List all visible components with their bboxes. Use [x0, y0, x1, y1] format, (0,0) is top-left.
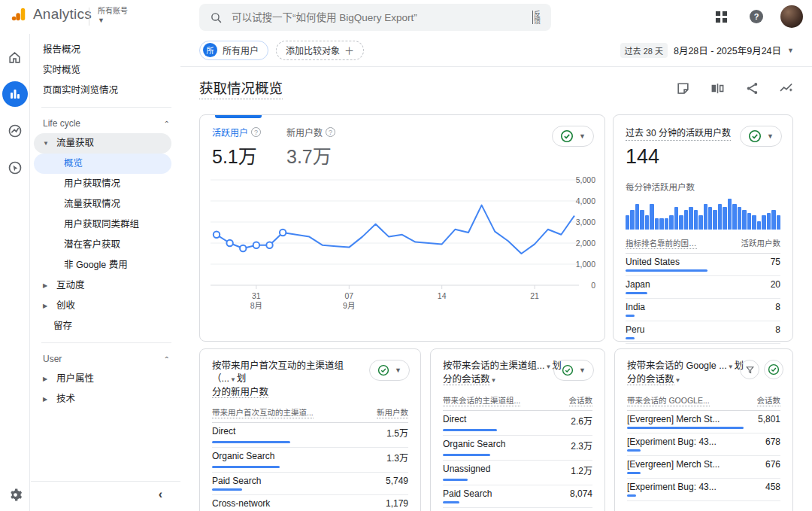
data-quality-selector[interactable]: ▼: [553, 360, 594, 381]
notes-icon[interactable]: [674, 80, 691, 96]
minute-bar: [757, 221, 761, 230]
table-row: Paid Search8,074: [443, 485, 592, 508]
sidebar-item-6[interactable]: 概览: [34, 154, 171, 174]
table-body: Direct1.5万Organic Search1.3万Paid Search5…: [212, 423, 408, 511]
search-input[interactable]: [232, 12, 527, 23]
table-row: Direct1.5万: [212, 423, 408, 448]
avatar[interactable]: [780, 5, 803, 28]
sidebar-item-label: 流量获取情况: [64, 199, 120, 209]
minute-bar: [771, 210, 775, 230]
sidebar-item-5[interactable]: ▼流量获取: [34, 133, 171, 154]
main-content: 所 所有用户 添加比较对象 ＋ 过去 28 天 8月28日 - 2025年9月2…: [180, 34, 812, 511]
check-circle-icon: [560, 129, 574, 143]
active-users-label: 活跃用户: [212, 126, 248, 138]
analytics-logo[interactable]: Analytics: [11, 6, 92, 23]
table-row: [Evergreen] Merch St...5,801: [627, 411, 780, 433]
chevron-right-icon: ▶: [43, 275, 47, 296]
sidebar-item-11[interactable]: 非 Google 费用: [34, 255, 171, 275]
row-label: Cross-network: [212, 498, 270, 509]
sidebar-divider: [41, 107, 171, 108]
sidebar: 报告概况实时概览页面实时浏览情况Life cycle⌃▼流量获取概览用户获取情况…: [31, 34, 180, 511]
sidebar-section-user[interactable]: User⌃: [31, 349, 180, 369]
reports-icon[interactable]: [2, 81, 28, 107]
table-row: Organic Search1.3万: [212, 448, 408, 473]
help-icon[interactable]: ?: [251, 127, 261, 137]
minute-bar: [679, 215, 683, 230]
sidebar-item-label: 实时概览: [43, 65, 80, 75]
analytics-logo-icon: [11, 6, 27, 23]
help-icon[interactable]: ?: [326, 127, 335, 137]
sidebar-item-12[interactable]: ▶互动度: [34, 275, 171, 296]
table-row-line: [Experiment Bug: 43...678: [627, 436, 780, 447]
settings-gear-icon[interactable]: [0, 488, 30, 502]
all-users-chip[interactable]: 所 所有用户: [199, 41, 268, 60]
row-label: Japan: [626, 279, 650, 290]
sidebar-item-label: 流量获取: [56, 138, 94, 148]
table-row-line: Japan20: [626, 279, 780, 290]
sidebar-item-17[interactable]: ▶用户属性: [34, 369, 171, 389]
sidebar-item-8[interactable]: 流量获取情况: [34, 194, 171, 214]
realtime-col-left: 指标排名靠前的国…: [626, 237, 697, 249]
table-row: India8: [626, 299, 780, 321]
sidebar-item-10[interactable]: 潜在客户获取: [34, 235, 171, 255]
account-switcher[interactable]: 所有账号 ▼: [98, 5, 128, 24]
sidebar-item-13[interactable]: ▶创收: [34, 296, 171, 316]
sessions-by-channel-card: 按带来会话的主渠道组...▼划分的会话数▼▼带来会话的主渠道组...会话数Dir…: [430, 348, 605, 511]
help-icon[interactable]: ?: [745, 5, 768, 28]
active-users-line-chart: 01,0002,0003,0004,0005,000318月079月1421: [211, 172, 595, 315]
svg-text:31: 31: [252, 291, 261, 300]
divider: [89, 8, 89, 26]
table-header: 带来会话的主渠道组...会话数: [443, 394, 592, 411]
card-title[interactable]: 按带来用户首次互动的主渠道组（...▼划分的新用户数: [212, 360, 344, 399]
collapse-sidebar-icon[interactable]: ‹: [159, 488, 162, 501]
tab-new-users[interactable]: 新用户数 ? 3.7万: [286, 126, 335, 169]
card-title[interactable]: 按带来会话的 Google ...▼划分的会话数▼: [627, 360, 759, 387]
minute-bar: [694, 210, 698, 230]
sidebar-item-label: 非 Google 费用: [64, 260, 128, 270]
data-quality-selector[interactable]: ▼: [552, 126, 594, 147]
sidebar-item-label: 页面实时浏览情况: [43, 85, 118, 96]
add-comparison-chip[interactable]: 添加比较对象 ＋: [276, 41, 364, 60]
apps-grid-icon[interactable]: [710, 5, 732, 28]
share-icon[interactable]: [744, 80, 760, 96]
data-quality-icon[interactable]: [764, 360, 783, 379]
sidebar-item-1[interactable]: 实时概览: [31, 60, 180, 81]
table-row-line: Direct1.5万: [212, 426, 408, 439]
home-icon[interactable]: [2, 44, 28, 70]
tab-active-users[interactable]: 活跃用户 ? 5.1万: [212, 126, 261, 169]
data-quality-selector[interactable]: ▼: [369, 360, 410, 381]
data-quality-selector[interactable]: ▼: [740, 126, 782, 147]
minute-bar: [665, 218, 668, 230]
row-value: 20: [771, 279, 780, 290]
date-range-preset: 过去 28 天: [620, 43, 668, 58]
sidebar-section-life-cycle[interactable]: Life cycle⌃: [31, 114, 180, 133]
compare-reports-icon[interactable]: [709, 80, 726, 96]
sidebar-item-label: 用户获取同类群组: [64, 219, 139, 230]
sidebar-item-0[interactable]: 报告概况: [31, 40, 180, 60]
row-bar: [627, 449, 641, 452]
filter-icon[interactable]: [740, 360, 759, 379]
sidebar-item-9[interactable]: 用户获取同类群组: [34, 214, 171, 235]
row-bar: [627, 494, 636, 497]
date-range-selector[interactable]: 过去 28 天 8月28日 - 2025年9月24日 ▼: [620, 43, 794, 58]
insights-icon[interactable]: [778, 80, 795, 96]
explore-icon[interactable]: [2, 118, 28, 144]
sidebar-item-7[interactable]: 用户获取情况: [34, 174, 171, 194]
realtime-sparkline-label: 每分钟活跃用户数: [626, 181, 780, 193]
row-bar: [443, 429, 497, 431]
row-label: Paid Search: [212, 476, 261, 486]
search-bar[interactable]: 反馈: [199, 4, 551, 31]
advertising-icon[interactable]: [2, 155, 28, 181]
row-value: 75: [771, 257, 780, 267]
col-header-right: 会话数: [757, 394, 781, 406]
account-label: 所有账号: [98, 7, 128, 15]
feedback-link[interactable]: 反馈: [533, 11, 541, 24]
sidebar-item-2[interactable]: 页面实时浏览情况: [31, 81, 180, 101]
svg-text:8月: 8月: [250, 301, 262, 310]
sidebar-item-14[interactable]: 留存: [31, 316, 180, 336]
sidebar-item-18[interactable]: ▶技术: [34, 389, 171, 409]
row-bar: [626, 292, 647, 294]
chevron-down-icon: ▼: [579, 367, 586, 374]
svg-text:07: 07: [344, 291, 353, 300]
row-bar: [443, 501, 459, 503]
